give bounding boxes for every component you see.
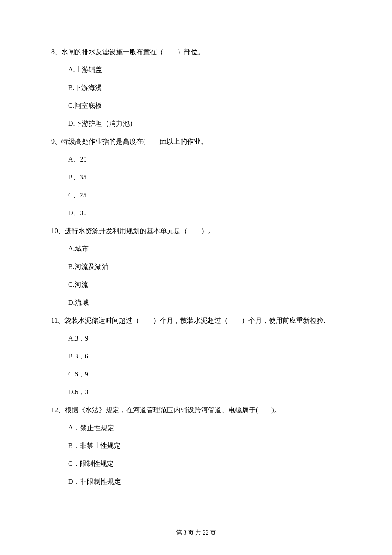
option-b: B、35 bbox=[68, 172, 341, 182]
option-d: D、30 bbox=[68, 208, 341, 218]
document-page: 8、水闸的排水反滤设施一般布置在（ ）部位。 A.上游铺盖 B.下游海漫 C.闸… bbox=[0, 0, 392, 555]
question-body: 袋装水泥储运时间超过（ ）个月，散装水泥超过（ ）个月，使用前应重新检验. bbox=[64, 317, 325, 324]
option-a: A.城市 bbox=[68, 244, 341, 254]
options-list: A.上游铺盖 B.下游海漫 C.闸室底板 D.下游护坦（消力池） bbox=[51, 65, 341, 129]
options-list: A.3，9 B.3，6 C.6，9 D.6，3 bbox=[51, 333, 341, 397]
option-c: C、25 bbox=[68, 190, 341, 200]
option-d: D.下游护坦（消力池） bbox=[68, 119, 341, 129]
question-9: 9、特级高处作业指的是高度在( )m以上的作业。 A、20 B、35 C、25 … bbox=[51, 136, 341, 218]
question-number: 10、 bbox=[51, 227, 65, 234]
option-c: C.6，9 bbox=[68, 369, 341, 379]
question-body: 进行水资源开发利用规划的基本单元是（ ）。 bbox=[65, 227, 215, 234]
question-body: 水闸的排水反滤设施一般布置在（ ）部位。 bbox=[61, 48, 205, 55]
question-body: 根据《水法》规定，在河道管理范围内铺设跨河管道、电缆属于( )。 bbox=[65, 406, 281, 413]
option-c: C．限制性规定 bbox=[68, 459, 341, 469]
question-number: 9、 bbox=[51, 138, 61, 145]
option-a: A.上游铺盖 bbox=[68, 65, 341, 75]
option-a: A．禁止性规定 bbox=[68, 423, 341, 433]
question-11: 11、袋装水泥储运时间超过（ ）个月，散装水泥超过（ ）个月，使用前应重新检验.… bbox=[51, 315, 341, 397]
option-a: A.3，9 bbox=[68, 333, 341, 344]
question-text: 8、水闸的排水反滤设施一般布置在（ ）部位。 bbox=[51, 47, 341, 57]
option-a: A、20 bbox=[68, 154, 341, 165]
options-list: A．禁止性规定 B．非禁止性规定 C．限制性规定 D．非限制性规定 bbox=[51, 423, 341, 487]
question-12: 12、根据《水法》规定，在河道管理范围内铺设跨河管道、电缆属于( )。 A．禁止… bbox=[51, 405, 341, 487]
option-b: B.河流及湖泊 bbox=[68, 262, 341, 272]
question-number: 11、 bbox=[51, 317, 64, 324]
option-d: D.6，3 bbox=[68, 387, 341, 397]
option-d: D.流域 bbox=[68, 298, 341, 308]
option-b: B.3，6 bbox=[68, 351, 341, 361]
question-10: 10、进行水资源开发利用规划的基本单元是（ ）。 A.城市 B.河流及湖泊 C.… bbox=[51, 226, 341, 308]
question-8: 8、水闸的排水反滤设施一般布置在（ ）部位。 A.上游铺盖 B.下游海漫 C.闸… bbox=[51, 47, 341, 129]
option-b: B．非禁止性规定 bbox=[68, 441, 341, 451]
option-b: B.下游海漫 bbox=[68, 83, 341, 93]
options-list: A.城市 B.河流及湖泊 C.河流 D.流域 bbox=[51, 244, 341, 308]
question-text: 9、特级高处作业指的是高度在( )m以上的作业。 bbox=[51, 136, 341, 147]
option-c: C.闸室底板 bbox=[68, 101, 341, 111]
question-number: 8、 bbox=[51, 48, 61, 55]
page-footer: 第 3 页 共 22 页 bbox=[0, 528, 392, 537]
question-text: 11、袋装水泥储运时间超过（ ）个月，散装水泥超过（ ）个月，使用前应重新检验. bbox=[51, 315, 341, 326]
option-c: C.河流 bbox=[68, 280, 341, 290]
question-text: 10、进行水资源开发利用规划的基本单元是（ ）。 bbox=[51, 226, 341, 236]
option-d: D．非限制性规定 bbox=[68, 477, 341, 487]
options-list: A、20 B、35 C、25 D、30 bbox=[51, 154, 341, 218]
question-number: 12、 bbox=[51, 406, 65, 413]
question-text: 12、根据《水法》规定，在河道管理范围内铺设跨河管道、电缆属于( )。 bbox=[51, 405, 341, 415]
question-body: 特级高处作业指的是高度在( )m以上的作业。 bbox=[61, 138, 208, 145]
